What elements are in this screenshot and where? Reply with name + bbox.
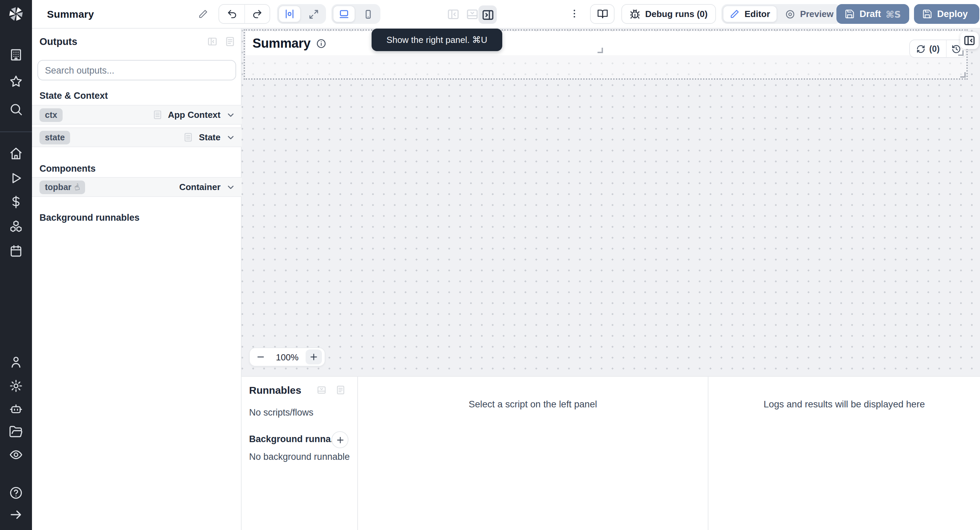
select-script-message: Select a script on the left panel — [358, 399, 708, 409]
edit-title-pencil-icon[interactable] — [198, 9, 208, 19]
expand-rail-icon[interactable] — [9, 508, 23, 522]
app-editor: Summary Debug runs (0) Editor — [0, 0, 980, 530]
debug-runs-label: Debug runs (0) — [645, 9, 708, 19]
deploy-button[interactable]: Deploy — [914, 4, 979, 24]
windmill-logo[interactable] — [8, 5, 24, 22]
script-editor-panel: Select a script on the left panel — [358, 377, 708, 530]
toggle-left-panel-icon[interactable] — [447, 8, 460, 21]
resources-icon[interactable] — [9, 219, 23, 234]
layout-mode-group — [277, 4, 326, 24]
undo-redo-group — [218, 4, 270, 24]
schedules-icon[interactable] — [9, 244, 23, 258]
resize-handle[interactable] — [598, 48, 603, 53]
components-header: Components — [40, 163, 95, 174]
variables-icon[interactable] — [9, 195, 23, 209]
center-layout-button[interactable] — [278, 5, 301, 22]
no-scripts-label: No scripts/flows — [249, 407, 313, 418]
undo-button[interactable] — [219, 5, 244, 23]
chevron-down-icon[interactable] — [226, 132, 235, 142]
output-row-state[interactable]: state State — [32, 128, 242, 147]
search-outputs-input[interactable] — [37, 60, 236, 80]
toggle-bottom-panel-icon[interactable] — [466, 8, 479, 21]
favorites-icon[interactable] — [9, 74, 23, 89]
canvas-zoom-control: 100% — [249, 347, 325, 367]
open-right-panel-button[interactable] — [960, 32, 978, 49]
debug-runs-button[interactable]: Debug runs (0) — [621, 4, 716, 24]
topbar-container-component[interactable]: Summary — [243, 29, 968, 80]
workers-icon[interactable] — [9, 402, 23, 416]
outputs-panel: Outputs State & Context ctx App Context … — [32, 29, 242, 530]
bottom-panels: Runnables No scripts/flows Background ru… — [242, 376, 980, 530]
doc-icon — [152, 110, 162, 120]
help-icon[interactable] — [9, 486, 23, 500]
logs-panel: Logs and results will be displayed here — [708, 377, 980, 530]
right-panel-tooltip: Show the right panel. ⌘U — [372, 29, 502, 51]
refresh-button[interactable]: (0) — [910, 40, 946, 57]
audit-eye-icon[interactable] — [9, 448, 23, 462]
toggle-right-panel-button[interactable] — [479, 5, 497, 24]
chevron-down-icon[interactable] — [226, 182, 235, 192]
editor-topbar: Summary Debug runs (0) Editor — [32, 0, 980, 29]
state-type-label: State — [199, 132, 221, 142]
ctx-badge[interactable]: ctx — [40, 108, 63, 121]
editor-tab[interactable]: Editor — [723, 5, 777, 22]
resize-handle[interactable] — [958, 50, 964, 56]
runnables-title: Runnables — [249, 384, 301, 396]
chevron-down-icon[interactable] — [226, 110, 235, 120]
save-draft-button[interactable]: Draft ⌘S — [837, 4, 909, 24]
background-runnables-header: Background runnables — [40, 212, 140, 223]
app-title: Summary — [47, 8, 94, 20]
workspace-icon[interactable] — [9, 48, 23, 62]
home-icon[interactable] — [9, 147, 23, 161]
state-badge[interactable]: state — [40, 131, 70, 144]
rail-divider — [0, 131, 32, 132]
redo-button[interactable] — [244, 5, 269, 23]
background-runnables-title: Background runna... — [249, 434, 339, 444]
settings-icon[interactable] — [9, 379, 23, 393]
doc-icon — [183, 132, 193, 142]
runnables-doc-icon[interactable] — [336, 385, 346, 395]
desktop-mode-button[interactable] — [333, 5, 355, 22]
docs-button[interactable] — [590, 4, 614, 24]
outputs-title: Outputs — [40, 36, 77, 47]
device-mode-group — [331, 4, 380, 24]
collapse-outputs-panel-icon[interactable] — [207, 36, 218, 47]
no-background-label: No background runnable — [249, 452, 350, 462]
runs-icon[interactable] — [9, 171, 23, 185]
app-canvas[interactable]: Summary (0) Show the right panel. ⌘U 100… — [242, 29, 980, 376]
zoom-out-button[interactable] — [253, 350, 269, 364]
logs-placeholder-message: Logs and results will be displayed here — [708, 399, 980, 409]
deploy-label: Deploy — [937, 9, 968, 19]
draft-shortcut: ⌘S — [886, 8, 901, 19]
runnables-panel: Runnables No scripts/flows Background ru… — [242, 377, 358, 530]
editor-preview-toggle: Editor Preview — [721, 4, 841, 24]
preview-tab[interactable]: Preview — [778, 5, 840, 22]
zoom-in-button[interactable] — [305, 350, 322, 364]
canvas-refresh-group: (0) — [909, 40, 966, 58]
outputs-doc-icon[interactable] — [224, 36, 235, 47]
state-context-header: State & Context — [40, 91, 108, 101]
add-background-runnable-button[interactable] — [331, 431, 348, 448]
fullscreen-layout-button[interactable] — [302, 5, 325, 22]
collapse-bottom-panel-icon[interactable] — [317, 385, 327, 395]
more-menu-icon[interactable] — [569, 8, 580, 21]
refresh-count: (0) — [929, 44, 940, 53]
ctx-type-label: App Context — [168, 110, 221, 120]
draft-label: Draft — [859, 9, 881, 19]
canvas-app-title: Summary — [253, 36, 310, 51]
topbar-type-label: Container — [179, 182, 221, 192]
resize-handle[interactable] — [960, 72, 966, 78]
info-icon[interactable] — [316, 38, 327, 49]
search-icon[interactable] — [9, 102, 23, 117]
topbar-badge[interactable]: topbar ☝ — [40, 180, 85, 194]
mobile-mode-button[interactable] — [356, 5, 379, 22]
folders-icon[interactable] — [9, 425, 23, 439]
hand-cursor-icon: ☝ — [73, 182, 81, 192]
output-row-topbar[interactable]: topbar ☝ Container — [32, 177, 242, 197]
user-icon[interactable] — [9, 355, 23, 369]
output-row-ctx[interactable]: ctx App Context — [32, 105, 242, 125]
title-component[interactable]: Summary — [246, 31, 966, 55]
zoom-level: 100% — [269, 352, 305, 362]
side-rail — [0, 0, 32, 530]
